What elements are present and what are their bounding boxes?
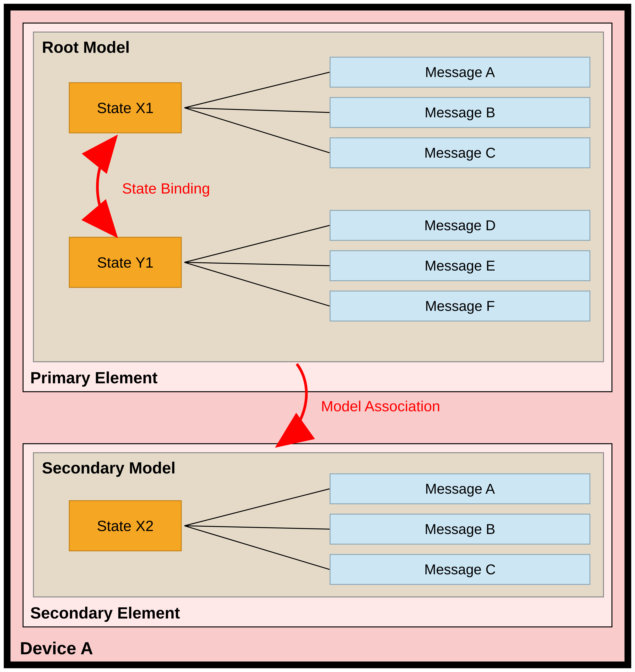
message-c-2: Message C: [330, 554, 590, 585]
svg-line-2: [184, 108, 330, 153]
message-a-1: Message A: [330, 57, 590, 88]
message-f: Message F: [330, 291, 590, 321]
state-binding-label: State Binding: [122, 180, 210, 197]
message-e: Message E: [330, 250, 590, 281]
secondary-element-label: Secondary Element: [30, 604, 180, 622]
diagram-canvas: Device A Primary Element Root Model Stat…: [0, 0, 635, 672]
message-b-1: Message B: [330, 97, 590, 128]
state-y1: State Y1: [69, 237, 182, 288]
secondary-element-box: Secondary Element Secondary Model State …: [23, 443, 612, 627]
svg-line-8: [184, 526, 330, 569]
svg-line-5: [184, 262, 330, 306]
primary-element-box: Primary Element Root Model State X1 Stat…: [23, 23, 612, 392]
root-model-label: Root Model: [42, 38, 130, 57]
message-b-2: Message B: [330, 514, 590, 544]
root-model-box: Root Model State X1 State Y1 Message A M…: [33, 31, 604, 362]
message-c-1: Message C: [330, 137, 590, 168]
svg-line-7: [184, 526, 330, 529]
device-label: Device A: [20, 638, 93, 658]
secondary-model-label: Secondary Model: [42, 458, 176, 477]
svg-line-3: [184, 225, 330, 262]
device-container: Device A Primary Element Root Model Stat…: [4, 4, 631, 668]
secondary-model-box: Secondary Model State X2 Message A Messa…: [33, 452, 604, 598]
primary-element-label: Primary Element: [30, 368, 157, 387]
message-a-2: Message A: [330, 473, 590, 504]
svg-line-4: [184, 262, 330, 266]
svg-line-0: [184, 72, 330, 108]
state-x2: State X2: [69, 500, 182, 551]
model-association-label: Model Association: [321, 398, 440, 415]
state-x1: State X1: [69, 82, 182, 133]
svg-line-6: [184, 489, 330, 526]
svg-line-1: [184, 108, 330, 112]
message-d: Message D: [330, 210, 590, 241]
